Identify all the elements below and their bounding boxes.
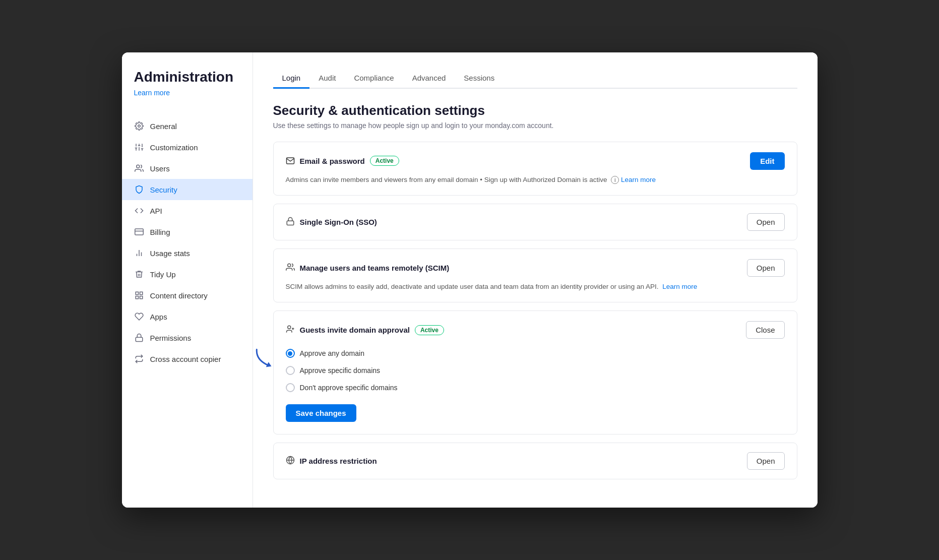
- page-subtitle: Use these settings to manage how people …: [273, 121, 797, 130]
- sidebar-item-cross-account-copier[interactable]: Cross account copier: [122, 348, 253, 369]
- sso-open-button[interactable]: Open: [747, 213, 785, 231]
- radio-option-specific-domains[interactable]: Approve specific domains: [286, 362, 785, 379]
- ip-restriction-icon: [286, 456, 295, 467]
- sidebar-item-content-directory[interactable]: Content directory: [122, 285, 253, 306]
- card-email-password-title-row: Email & password Active: [286, 156, 399, 166]
- card-ip-restriction-title: IP address restriction: [300, 457, 377, 465]
- tab-bar: Login Audit Compliance Advanced Sessions: [273, 69, 797, 89]
- sidebar-item-usage-stats-label: Usage stats: [150, 249, 190, 258]
- sidebar-item-permissions[interactable]: Permissions: [122, 327, 253, 348]
- sidebar-item-general[interactable]: General: [122, 115, 253, 137]
- blue-arrow-annotation: [253, 345, 278, 370]
- sidebar-item-api[interactable]: API: [122, 200, 253, 221]
- card-sso-title-row: Single Sign-On (SSO): [286, 217, 377, 228]
- card-scim-title-row: Manage users and teams remotely (SCIM): [286, 263, 450, 274]
- sidebar-item-billing[interactable]: Billing: [122, 221, 253, 242]
- users-icon: [134, 163, 144, 173]
- svg-rect-19: [136, 296, 138, 299]
- card-scim-desc: SCIM allows admins to easily add, deacti…: [286, 282, 785, 292]
- card-guests-invite-title: Guests invite domain approval: [300, 326, 410, 334]
- sidebar-item-customization[interactable]: Customization: [122, 137, 253, 158]
- card-email-password-title: Email & password: [300, 157, 365, 165]
- sidebar-title: Administration: [134, 69, 240, 86]
- email-password-learn-more[interactable]: Learn more: [621, 176, 656, 183]
- sliders-icon: [134, 142, 144, 152]
- card-email-password-header: Email & password Active Edit: [286, 152, 785, 170]
- sidebar-item-tidy-up[interactable]: Tidy Up: [122, 264, 253, 285]
- guests-invite-close-button[interactable]: Close: [746, 321, 784, 339]
- card-guests-invite-title-row: Guests invite domain approval Active: [286, 325, 444, 336]
- card-scim: Manage users and teams remotely (SCIM) O…: [273, 248, 797, 302]
- sidebar-item-content-directory-label: Content directory: [150, 291, 208, 300]
- radio-label-dont-approve: Don't approve specific domains: [300, 384, 398, 392]
- scim-users-icon: [286, 263, 295, 274]
- sidebar-item-security[interactable]: Security: [122, 179, 253, 200]
- sidebar-item-permissions-label: Permissions: [150, 334, 192, 342]
- apps-icon: [134, 312, 144, 322]
- ip-restriction-open-button[interactable]: Open: [747, 452, 785, 470]
- sidebar-item-users[interactable]: Users: [122, 158, 253, 179]
- radio-circle-any-domain: [286, 349, 295, 358]
- tidy-icon: [134, 269, 144, 279]
- sidebar-item-apps-label: Apps: [150, 313, 167, 321]
- sidebar-item-users-label: Users: [150, 164, 170, 173]
- radio-option-any-domain[interactable]: Approve any domain: [286, 345, 785, 362]
- sidebar-item-api-label: API: [150, 207, 162, 215]
- sidebar-item-billing-label: Billing: [150, 228, 170, 236]
- card-ip-restriction-title-row: IP address restriction: [286, 456, 377, 467]
- shield-icon: [134, 184, 144, 195]
- svg-point-22: [287, 264, 290, 267]
- radio-circle-specific-domains: [286, 366, 295, 375]
- sidebar-header: Administration Learn more: [122, 69, 253, 108]
- radio-option-dont-approve[interactable]: Don't approve specific domains: [286, 379, 785, 396]
- svg-rect-16: [136, 292, 138, 295]
- svg-rect-11: [135, 229, 143, 235]
- radio-label-specific-domains: Approve specific domains: [300, 366, 381, 375]
- svg-rect-17: [140, 292, 142, 295]
- svg-point-0: [138, 125, 140, 128]
- card-guests-invite-header: Guests invite domain approval Active Clo…: [286, 321, 785, 339]
- sidebar-item-security-label: Security: [150, 185, 177, 194]
- page-title: Security & authentication settings: [273, 103, 797, 118]
- card-sso-title: Single Sign-On (SSO): [300, 218, 377, 226]
- radio-label-any-domain: Approve any domain: [300, 349, 364, 357]
- card-sso: Single Sign-On (SSO) Open: [273, 204, 797, 240]
- gear-icon: [134, 121, 144, 131]
- sidebar-item-cross-account-copier-label: Cross account copier: [150, 355, 221, 363]
- radio-section: Approve any domain Approve specific doma…: [286, 339, 785, 398]
- tab-compliance[interactable]: Compliance: [345, 69, 403, 89]
- card-ip-restriction: IP address restriction Open: [273, 443, 797, 479]
- sidebar-nav: General Customization Users: [122, 115, 253, 497]
- chart-icon: [134, 248, 144, 258]
- sidebar-item-customization-label: Customization: [150, 143, 198, 152]
- save-changes-button[interactable]: Save changes: [286, 404, 356, 422]
- card-scim-title: Manage users and teams remotely (SCIM): [300, 264, 450, 272]
- radio-circle-dont-approve: [286, 383, 295, 392]
- email-password-badge: Active: [370, 156, 399, 166]
- tab-advanced[interactable]: Advanced: [403, 69, 455, 89]
- email-password-edit-button[interactable]: Edit: [750, 152, 784, 170]
- sidebar-item-general-label: General: [150, 122, 177, 131]
- svg-rect-20: [136, 338, 143, 342]
- save-btn-row: Save changes: [286, 398, 785, 424]
- main-content: Login Audit Compliance Advanced Sessions…: [253, 52, 818, 508]
- card-scim-header: Manage users and teams remotely (SCIM) O…: [286, 259, 785, 277]
- sidebar-learn-more-link[interactable]: Learn more: [134, 89, 170, 97]
- sidebar-item-usage-stats[interactable]: Usage stats: [122, 242, 253, 264]
- svg-point-24: [287, 326, 290, 329]
- tab-login[interactable]: Login: [273, 69, 310, 89]
- scim-learn-more[interactable]: Learn more: [662, 283, 697, 290]
- content-icon: [134, 290, 144, 300]
- email-icon: [286, 156, 295, 165]
- card-email-password: Email & password Active Edit Admins can …: [273, 142, 797, 196]
- credit-card-icon: [134, 227, 144, 237]
- guests-invite-icon: [286, 325, 295, 336]
- copy-icon: [134, 354, 144, 364]
- tab-sessions[interactable]: Sessions: [455, 69, 504, 89]
- tab-audit[interactable]: Audit: [309, 69, 345, 89]
- svg-point-10: [136, 165, 139, 168]
- sso-lock-icon: [286, 217, 295, 228]
- scim-open-button[interactable]: Open: [747, 259, 785, 277]
- sidebar-item-apps[interactable]: Apps: [122, 306, 253, 327]
- info-icon[interactable]: i: [611, 176, 619, 184]
